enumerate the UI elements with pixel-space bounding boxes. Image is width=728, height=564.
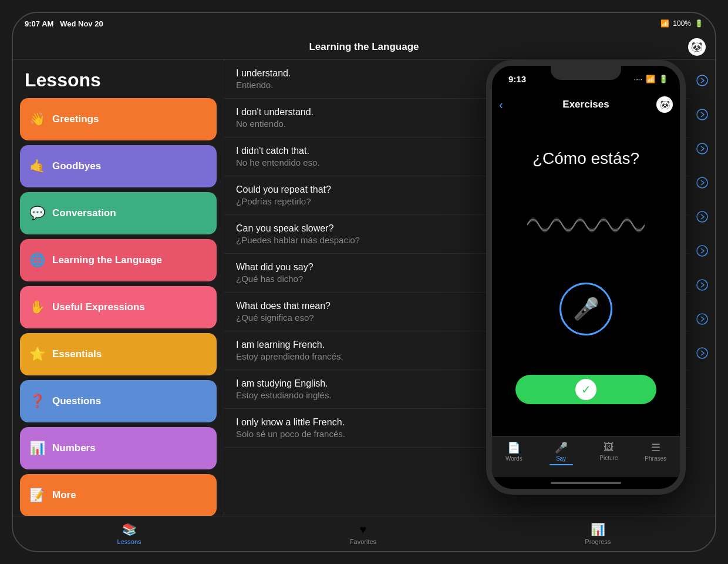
lesson-label-questions: Questions (52, 395, 101, 407)
iphone-tab-picture[interactable]: 🖼 Picture (599, 441, 618, 461)
sidebar-title: Lessons (13, 60, 224, 98)
lesson-label-conversation: Conversation (52, 207, 116, 219)
sidebar-item-greetings[interactable]: 👋 Greetings (20, 98, 217, 140)
arrow-item-1[interactable] (693, 106, 711, 123)
iphone-battery-icon: 🔋 (659, 75, 668, 83)
sidebar-item-learning[interactable]: 🌐 Learning the Language (20, 239, 217, 281)
lesson-icon-greetings: 👋 (29, 112, 45, 127)
iphone-time: 9:13 (508, 74, 526, 84)
wifi-icon: 📶 (660, 19, 669, 28)
sidebar-item-expressions[interactable]: ✋ Useful Expressions (20, 286, 217, 328)
iphone-tab-label-say: Say (556, 455, 566, 462)
iphone-tab-phrases[interactable]: ☰ Phrases (645, 441, 666, 462)
sidebar: Lessons 👋 Greetings 🤙 Goodbyes 💬 Convers… (13, 60, 224, 516)
iphone-notch (551, 66, 621, 80)
ipad-nav-avatar[interactable]: 🐼 (688, 38, 706, 56)
ipad-status-right: 📶 100% 🔋 (660, 19, 703, 28)
svg-point-5 (697, 246, 707, 256)
lesson-icon-essentials: ⭐ (29, 347, 45, 362)
tab-label-lessons: Lessons (117, 538, 141, 545)
svg-point-1 (697, 109, 707, 120)
svg-point-3 (697, 177, 707, 188)
ipad-tab-bar: 📚 Lessons ♥ Favorites 📊 Progress (13, 516, 715, 551)
lesson-icon-expressions: ✋ (29, 300, 45, 315)
svg-point-4 (697, 212, 707, 222)
lesson-icon-more: 📝 (29, 488, 45, 503)
home-bar (551, 482, 621, 484)
tab-lessons[interactable]: 📚 Lessons (106, 520, 153, 548)
sound-wave-icon (527, 207, 645, 243)
lesson-icon-conversation: 💬 (29, 206, 45, 221)
iphone-tab-icon-picture: 🖼 (604, 441, 614, 454)
check-icon: ✓ (575, 379, 596, 400)
lesson-icon-numbers: 📊 (29, 441, 45, 456)
lesson-label-more: More (52, 489, 76, 501)
lesson-icon-goodbyes: 🤙 (29, 159, 45, 174)
ipad-nav-header: Learning the Language 🐼 (13, 34, 715, 60)
iphone-overlay: 9:13 ···· 📶 🔋 ‹ Exercises 🐼 ¿Cómo estás? (486, 60, 686, 495)
tab-icon-progress: 📊 (591, 522, 605, 536)
tab-label-progress: Progress (585, 538, 611, 545)
svg-point-2 (697, 143, 707, 154)
iphone-tab-icon-words: 📄 (507, 441, 520, 454)
lesson-label-learning: Learning the Language (52, 254, 162, 266)
svg-point-7 (697, 314, 707, 324)
svg-point-8 (697, 348, 707, 358)
arrow-item-8[interactable] (693, 344, 711, 362)
lesson-label-greetings: Greetings (52, 113, 99, 125)
svg-point-6 (697, 280, 707, 290)
iphone-signal-icon: ···· (634, 75, 642, 83)
sidebar-list: 👋 Greetings 🤙 Goodbyes 💬 Conversation 🌐 … (13, 98, 224, 516)
mic-button[interactable]: 🎤 (560, 283, 612, 335)
lesson-label-expressions: Useful Expressions (52, 301, 145, 313)
svg-point-0 (697, 75, 707, 86)
sidebar-item-essentials[interactable]: ⭐ Essentials (20, 333, 217, 375)
arrow-item-5[interactable] (693, 242, 711, 260)
tab-label-favorites: Favorites (350, 538, 376, 545)
iphone-home-indicator (492, 477, 680, 489)
tab-favorites[interactable]: ♥ Favorites (338, 521, 388, 548)
ipad-nav-title: Learning the Language (309, 41, 419, 53)
sidebar-item-questions[interactable]: ❓ Questions (20, 380, 217, 422)
iphone-tab-say[interactable]: 🎤 Say (550, 441, 573, 465)
lesson-icon-questions: ❓ (29, 394, 45, 409)
iphone-exercise-area: ¿Cómo estás? 🎤 ✓ (492, 118, 680, 436)
iphone-tab-icon-phrases: ☰ (651, 441, 660, 454)
sidebar-item-conversation[interactable]: 💬 Conversation (20, 192, 217, 234)
sidebar-item-goodbyes[interactable]: 🤙 Goodbyes (20, 145, 217, 187)
ipad-time: 9:07 AM Wed Nov 20 (25, 19, 103, 28)
tab-icon-favorites: ♥ (360, 523, 367, 536)
battery-icon: 🔋 (695, 19, 703, 28)
exercise-question: ¿Cómo estás? (532, 149, 639, 168)
lesson-label-goodbyes: Goodbyes (52, 160, 101, 172)
iphone-nav-title: Exercises (562, 99, 609, 110)
tab-icon-lessons: 📚 (122, 522, 137, 536)
arrow-item-4[interactable] (693, 208, 711, 226)
iphone-back-button[interactable]: ‹ (499, 98, 503, 112)
ipad-status-bar: 9:07 AM Wed Nov 20 📶 100% 🔋 (13, 13, 715, 34)
arrow-item-7[interactable] (693, 310, 711, 328)
mic-icon: 🎤 (573, 297, 599, 321)
sidebar-item-more[interactable]: 📝 More (20, 474, 217, 516)
iphone-nav-avatar[interactable]: 🐼 (656, 96, 673, 113)
iphone-tab-words[interactable]: 📄 Words (505, 441, 523, 462)
iphone-tab-label-phrases: Phrases (645, 455, 666, 462)
arrow-item-0[interactable] (693, 72, 711, 89)
iphone-tab-icon-say: 🎤 (555, 441, 568, 454)
arrow-item-6[interactable] (693, 276, 711, 294)
arrow-item-2[interactable] (693, 140, 711, 157)
iphone-status-right: ···· 📶 🔋 (634, 75, 668, 83)
tab-progress[interactable]: 📊 Progress (573, 520, 622, 548)
iphone-tab-bar: 📄 Words 🎤 Say 🖼 Picture ☰ Phrases (492, 436, 680, 477)
right-arrows-panel (689, 60, 715, 516)
iphone-tab-label-words: Words (505, 455, 523, 462)
battery-label: 100% (673, 19, 691, 28)
iphone-nav: ‹ Exercises 🐼 (492, 92, 680, 118)
arrow-item-3[interactable] (693, 174, 711, 192)
iphone-tab-underline (550, 464, 573, 465)
check-button[interactable]: ✓ (515, 375, 656, 404)
ipad-frame: 9:07 AM Wed Nov 20 📶 100% 🔋 Learning the… (12, 12, 716, 552)
iphone-tab-label-picture: Picture (599, 455, 618, 461)
lesson-icon-learning: 🌐 (29, 253, 45, 268)
sidebar-item-numbers[interactable]: 📊 Numbers (20, 427, 217, 469)
